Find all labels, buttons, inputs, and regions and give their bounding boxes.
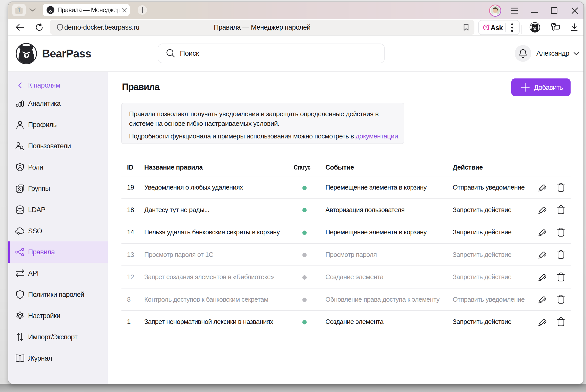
svg-text:?: ?: [485, 26, 487, 29]
